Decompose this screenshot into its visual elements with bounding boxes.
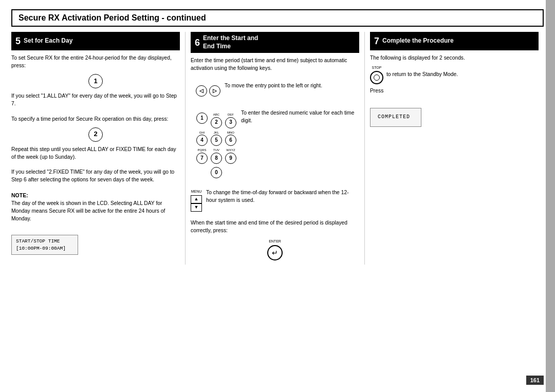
- step5-text5: If you selected "2.FIXED TIME" for any d…: [11, 169, 180, 184]
- keypad-area: 1 ABC 2 DEF 3 GHI: [191, 109, 237, 181]
- key-9-sub: WXYZ: [226, 148, 235, 153]
- page-title: Secure RX Activation Period Setting - co…: [11, 9, 544, 27]
- step5-column: 5 Set for Each Day To set Secure RX for …: [11, 32, 186, 265]
- stop-inner-icon: [374, 74, 380, 81]
- step5-text2: If you select "1.ALL DAY" for every day …: [11, 92, 180, 108]
- step7-press-text: Press: [370, 87, 539, 95]
- key-3: 3: [225, 117, 236, 128]
- step7-column: 7 Complete the Procedure The following i…: [365, 32, 544, 265]
- keypad-desc: To enter the desired numeric value for e…: [241, 109, 359, 125]
- key-9-cell: WXYZ 9: [225, 148, 237, 164]
- key-5: 5: [211, 135, 222, 146]
- step7-text1: The following is displayed for 2 seconds…: [370, 54, 539, 62]
- completed-display: COMPLETED: [370, 108, 421, 127]
- step6-title: Enter the Start andEnd Time: [203, 34, 258, 50]
- step7-title: Complete the Procedure: [382, 37, 454, 45]
- step7-body: The following is displayed for 2 seconds…: [370, 54, 539, 132]
- key-3-sub: DEF: [228, 113, 234, 117]
- step6-num: 6: [195, 36, 200, 49]
- enter-icon: ↵: [267, 245, 283, 260]
- lr-arrows-row: ◁ ▷ To move the entry point to the left …: [191, 82, 359, 100]
- step6-header: 6 Enter the Start andEnd Time: [191, 32, 359, 53]
- stop-label: STOP: [372, 65, 382, 70]
- enter-btn-area: ENTER ↵: [191, 239, 359, 260]
- step6-text2: When the start time and end time of the …: [191, 219, 359, 235]
- key-1-cell: 1: [196, 113, 208, 128]
- enter-label: ENTER: [269, 239, 281, 244]
- stop-btn-row: STOP to return to the Standby Mode.: [370, 65, 539, 84]
- key-0-area: 0: [196, 167, 237, 178]
- arrow-pad-row: MENU ▲ ▼ To change the time-of-day forwa…: [191, 189, 359, 212]
- key-7-cell: PQRS 7: [196, 148, 208, 164]
- key-6-cell: MNO 6: [225, 130, 237, 146]
- step6-column: 6 Enter the Start andEnd Time Enter the …: [186, 32, 365, 265]
- stop-btn-area: STOP: [370, 65, 383, 84]
- side-decoration: [546, 0, 555, 392]
- step5-button2-area: 2: [11, 127, 180, 142]
- columns-container: 5 Set for Each Day To set Secure RX for …: [11, 32, 544, 265]
- button-2-icon: 2: [88, 127, 103, 142]
- arrow-pad-area: MENU ▲ ▼: [191, 189, 202, 212]
- step6-body: Enter the time period (start time and en…: [191, 57, 359, 260]
- step5-num: 5: [15, 34, 21, 48]
- key-0: 0: [211, 167, 222, 178]
- menu-label: MENU: [191, 189, 202, 194]
- key-2: 2: [211, 117, 222, 128]
- step7-text2: to return to the Standby Mode.: [386, 71, 458, 79]
- lr-arrows-icon: ◁ ▷: [196, 85, 220, 97]
- step5-title: Set for Each Day: [24, 37, 72, 45]
- step5-button1-area: 1: [11, 74, 180, 88]
- lcd-display: START/STOP TIME [10:00PM-09:00AM]: [11, 235, 78, 255]
- completed-text: COMPLETED: [378, 114, 410, 120]
- key-9: 9: [225, 153, 236, 164]
- step7-header: 7 Complete the Procedure: [370, 32, 539, 50]
- page-number: 161: [526, 376, 544, 385]
- page: Secure RX Activation Period Setting - co…: [0, 0, 555, 392]
- lr-arrows-desc: To move the entry point to the left or r…: [225, 82, 322, 90]
- key-3-cell: DEF 3: [225, 113, 237, 128]
- down-arrow-btn: ▼: [191, 203, 202, 212]
- step5-text3: To specify a time period for Secure Rx o…: [11, 116, 180, 123]
- key-4-sub: GHI: [199, 130, 205, 135]
- key-2-sub: ABC: [213, 113, 219, 117]
- key-8-cell: TUV 8: [210, 148, 223, 164]
- key-6-sub: MNO: [227, 130, 234, 135]
- keypad-row: 1 ABC 2 DEF 3 GHI: [191, 109, 359, 181]
- step7-num: 7: [374, 34, 379, 48]
- step5-note-label: NOTE:: [11, 192, 180, 200]
- step5-body: To set Secure RX for the entire 24-hour-…: [11, 54, 180, 255]
- right-arrow-icon: ▷: [209, 85, 220, 97]
- key-8: 8: [211, 153, 222, 164]
- key-7: 7: [196, 153, 208, 164]
- lcd-line2: [10:00PM-09:00AM]: [16, 245, 73, 252]
- lcd-line1: START/STOP TIME: [16, 238, 73, 245]
- key-2-cell: ABC 2: [210, 113, 223, 128]
- arrow-pad-desc: To change the time-of-day forward or bac…: [206, 189, 359, 204]
- button-1-icon: 1: [88, 74, 103, 88]
- up-arrow-btn: ▲: [191, 195, 202, 203]
- key-5-sub: JKL: [214, 130, 219, 135]
- key-7-sub: PQRS: [197, 148, 206, 153]
- step6-text1: Enter the time period (start time and en…: [191, 57, 359, 72]
- key-6: 6: [225, 135, 236, 146]
- step5-note-body: The day of the week is shown in the LCD.…: [11, 200, 180, 223]
- key-1: 1: [196, 113, 208, 124]
- keypad-grid: 1 ABC 2 DEF 3 GHI: [196, 113, 237, 164]
- key-4: 4: [196, 135, 208, 146]
- step5-text1: To set Secure RX for the entire 24-hour-…: [11, 54, 180, 70]
- step5-header: 5 Set for Each Day: [11, 32, 180, 50]
- key-5-cell: JKL 5: [210, 130, 223, 146]
- stop-icon: [370, 71, 383, 84]
- note-keyword: NOTE:: [11, 192, 28, 198]
- key-8-sub: TUV: [213, 148, 219, 153]
- key-4-cell: GHI 4: [196, 130, 208, 146]
- left-arrow-icon: ◁: [196, 85, 207, 97]
- step5-text4: Repeat this step until you select ALL DA…: [11, 146, 180, 161]
